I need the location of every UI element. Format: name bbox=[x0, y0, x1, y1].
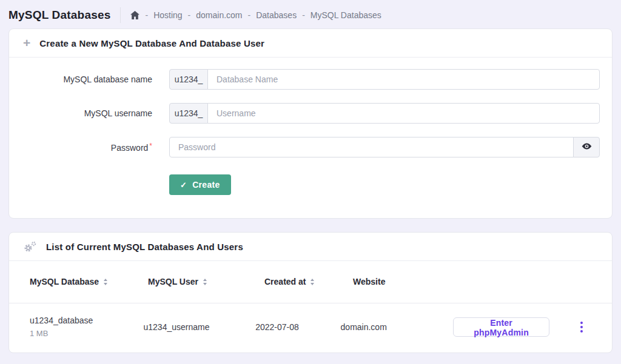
password-visibility-toggle[interactable] bbox=[573, 137, 600, 157]
create-card-title: Create a New MySQL Database And Database… bbox=[39, 38, 264, 48]
breadcrumb-item-current: MySQL Databases bbox=[310, 10, 381, 20]
create-database-form: MySQL database name u1234_ MySQL usernam… bbox=[9, 58, 612, 218]
database-cell: u1234_database 1 MB bbox=[30, 316, 144, 338]
breadcrumb-separator: - bbox=[248, 10, 251, 20]
column-label: Created at bbox=[264, 277, 306, 286]
sort-icon bbox=[310, 279, 314, 285]
page-header: MySQL Databases - Hosting - domain.com -… bbox=[0, 0, 621, 28]
table-row: u1234_database 1 MB u1234_username 2022-… bbox=[9, 303, 612, 352]
column-header-created-at[interactable]: Created at bbox=[264, 277, 353, 286]
create-database-card: + Create a New MySQL Database And Databa… bbox=[8, 28, 613, 219]
check-icon: ✓ bbox=[180, 180, 187, 190]
create-button-label: Create bbox=[192, 180, 220, 190]
breadcrumb: - Hosting - domain.com - Databases - MyS… bbox=[130, 10, 381, 20]
column-label: Website bbox=[353, 277, 385, 286]
row-menu-kebab-icon[interactable] bbox=[578, 319, 585, 335]
website-cell: domain.com bbox=[341, 322, 454, 332]
sort-icon bbox=[104, 279, 107, 285]
database-name-input[interactable] bbox=[207, 69, 600, 90]
sort-icon bbox=[203, 279, 207, 285]
username-input[interactable] bbox=[207, 103, 600, 124]
username-prefix: u1234_ bbox=[169, 103, 208, 124]
gears-icon bbox=[23, 240, 37, 253]
column-header-website: Website bbox=[353, 277, 470, 286]
database-name-input-group: u1234_ bbox=[169, 69, 600, 90]
database-size: 1 MB bbox=[30, 329, 144, 338]
user-cell: u1234_username bbox=[144, 322, 256, 332]
database-name: u1234_database bbox=[30, 316, 144, 325]
breadcrumb-item-hosting[interactable]: Hosting bbox=[153, 10, 182, 20]
list-card-header: List of Current MySQL Databases And User… bbox=[9, 233, 612, 261]
column-header-user[interactable]: MySQL User bbox=[148, 277, 264, 286]
username-row: MySQL username u1234_ bbox=[9, 103, 600, 124]
breadcrumb-item-domain[interactable]: domain.com bbox=[196, 10, 242, 20]
table-header-row: MySQL Database MySQL User Created at Web… bbox=[9, 261, 612, 303]
create-card-header: + Create a New MySQL Database And Databa… bbox=[9, 29, 612, 58]
breadcrumb-separator: - bbox=[145, 10, 148, 20]
header-divider bbox=[120, 7, 121, 23]
password-input[interactable] bbox=[169, 137, 574, 157]
password-label-text: Password bbox=[111, 143, 148, 153]
column-label: MySQL User bbox=[148, 277, 198, 286]
password-label: Password* bbox=[9, 142, 152, 153]
home-icon[interactable] bbox=[130, 11, 139, 19]
column-label: MySQL Database bbox=[30, 277, 99, 286]
database-name-row: MySQL database name u1234_ bbox=[9, 69, 600, 90]
database-name-label: MySQL database name bbox=[9, 74, 152, 84]
breadcrumb-separator: - bbox=[188, 10, 191, 20]
password-input-group bbox=[169, 137, 600, 157]
database-list-card: List of Current MySQL Databases And User… bbox=[8, 232, 613, 353]
create-button[interactable]: ✓ Create bbox=[169, 174, 231, 195]
row-actions: Enter phpMyAdmin bbox=[453, 317, 585, 337]
username-input-group: u1234_ bbox=[169, 103, 600, 124]
enter-phpmyadmin-button[interactable]: Enter phpMyAdmin bbox=[453, 317, 549, 337]
list-card-title: List of Current MySQL Databases And User… bbox=[46, 242, 243, 252]
breadcrumb-separator: - bbox=[302, 10, 305, 20]
password-row: Password* bbox=[9, 137, 600, 157]
plus-icon: + bbox=[23, 36, 30, 49]
eye-icon bbox=[581, 141, 592, 154]
required-asterisk: * bbox=[149, 142, 152, 150]
column-header-database[interactable]: MySQL Database bbox=[30, 277, 148, 286]
created-at-cell: 2022-07-08 bbox=[255, 322, 340, 332]
page-title: MySQL Databases bbox=[8, 8, 110, 22]
breadcrumb-item-databases[interactable]: Databases bbox=[256, 10, 297, 20]
database-name-prefix: u1234_ bbox=[169, 69, 208, 90]
username-label: MySQL username bbox=[9, 108, 152, 118]
